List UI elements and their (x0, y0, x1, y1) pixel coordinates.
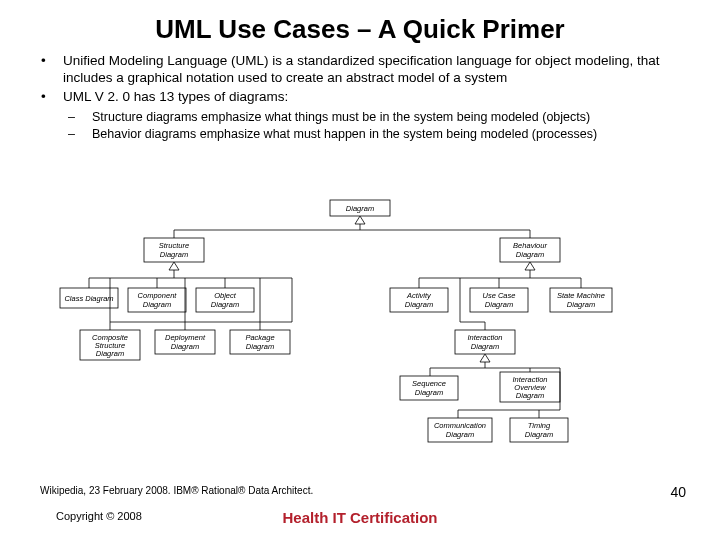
node-interaction-l1: Interaction (467, 333, 502, 342)
node-communication-l1: Communication (434, 421, 486, 430)
bullet-2: •UML V 2. 0 has 13 types of diagrams: (52, 89, 680, 106)
bullet-2-text: UML V 2. 0 has 13 types of diagrams: (63, 89, 288, 104)
node-root: Diagram (346, 204, 374, 213)
node-package-l1: Package (245, 333, 274, 342)
node-sequence-l1: Sequence (412, 379, 446, 388)
sub-bullet-1: –Structure diagrams emphasize what thing… (80, 110, 680, 126)
node-behavior-l2: Diagram (516, 250, 544, 259)
uml-hierarchy-diagram: Diagram Structure Diagram Behaviour Diag… (60, 200, 660, 479)
node-class: Class Diagram (64, 294, 113, 303)
node-object-l2: Diagram (211, 300, 239, 309)
node-interaction-l2: Diagram (471, 342, 499, 351)
node-intoverview-l3: Diagram (516, 391, 544, 400)
bullet-1: •Unified Modeling Language (UML) is a st… (52, 53, 680, 87)
node-structure-l1: Structure (159, 241, 189, 250)
node-usecase-l2: Diagram (485, 300, 513, 309)
node-statemachine-l2: Diagram (567, 300, 595, 309)
bullet-list: •Unified Modeling Language (UML) is a st… (0, 53, 720, 106)
node-package-l2: Diagram (246, 342, 274, 351)
bullet-1-text: Unified Modeling Language (UML) is a sta… (63, 53, 660, 85)
page-number: 40 (670, 484, 686, 500)
node-component-l2: Diagram (143, 300, 171, 309)
node-timing-l1: Timing (528, 421, 551, 430)
node-object-l1: Object (214, 291, 237, 300)
sub-bullet-2: –Behavior diagrams emphasize what must h… (80, 127, 680, 143)
node-deployment-l2: Diagram (171, 342, 199, 351)
node-activity-l1: Activity (406, 291, 432, 300)
node-usecase-l1: Use Case (483, 291, 516, 300)
sub-bullet-list: –Structure diagrams emphasize what thing… (0, 108, 720, 143)
diagram-svg: Diagram Structure Diagram Behaviour Diag… (60, 200, 660, 475)
sub-bullet-1-text: Structure diagrams emphasize what things… (92, 110, 590, 124)
node-composite-l3: Diagram (96, 349, 124, 358)
node-timing-l2: Diagram (525, 430, 553, 439)
sub-bullet-2-text: Behavior diagrams emphasize what must ha… (92, 127, 597, 141)
node-structure-l2: Diagram (160, 250, 188, 259)
node-deployment-l1: Deployment (165, 333, 206, 342)
footer-title: Health IT Certification (0, 509, 720, 526)
node-statemachine-l1: State Machine (557, 291, 605, 300)
slide-title: UML Use Cases – A Quick Primer (0, 0, 720, 53)
citation: Wikipedia, 23 February 2008. IBM® Ration… (40, 485, 313, 496)
node-sequence-l2: Diagram (415, 388, 443, 397)
node-communication-l2: Diagram (446, 430, 474, 439)
node-component-l1: Component (138, 291, 178, 300)
node-activity-l2: Diagram (405, 300, 433, 309)
node-behavior-l1: Behaviour (513, 241, 547, 250)
